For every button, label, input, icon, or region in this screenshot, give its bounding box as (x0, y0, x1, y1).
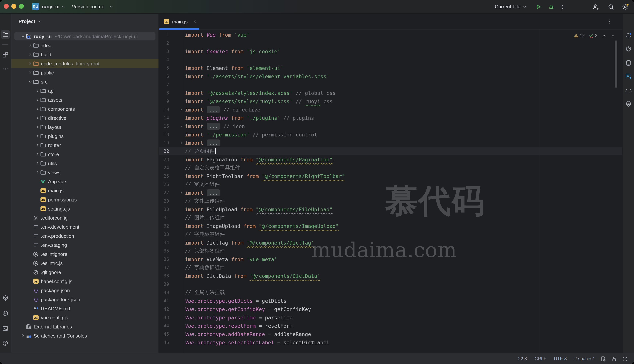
debug-button[interactable] (547, 0, 556, 14)
tree-item--gitignore[interactable]: .gitignore (11, 268, 159, 277)
tree-item--env-development[interactable]: .env.development (11, 222, 159, 231)
tree-item-permission-js[interactable]: JSpermission.js (11, 195, 159, 204)
minimize-window-button[interactable] (11, 4, 16, 9)
tree-right-chevron-icon[interactable] (35, 97, 40, 103)
project-panel-header[interactable]: Project (19, 17, 42, 26)
tree-item--idea[interactable]: .idea (11, 41, 159, 50)
tree-item-node-modules[interactable]: node_moduleslibrary root (11, 59, 159, 68)
terminal-button[interactable] (1, 324, 10, 333)
tree-item-ruoyi-ui[interactable]: ruoyi-ui~/Downloads/mudaimaProject/ruoyi… (11, 32, 159, 41)
unlock-icon[interactable] (611, 356, 617, 362)
line-ending[interactable]: CRLF (534, 356, 546, 361)
tree-item--eslintrc-js[interactable]: .eslintrc.js (11, 258, 159, 268)
tree-right-chevron-icon[interactable] (35, 88, 40, 94)
tree-right-chevron-icon[interactable] (28, 70, 33, 76)
caret-position[interactable]: 22:8 (518, 356, 527, 361)
tree-item-scratches-and-consoles[interactable]: Scratches and Consoles (11, 331, 159, 340)
tree-item--editorconfig[interactable]: .editorconfig (11, 213, 159, 222)
ai-spiral-button[interactable] (624, 44, 633, 53)
tree-right-chevron-icon[interactable] (35, 151, 40, 157)
tree-right-chevron-icon[interactable] (35, 169, 40, 176)
inspections-widget[interactable]: 12 2 (573, 31, 615, 40)
tree-item-babel-config-js[interactable]: JSbabel.config.js (11, 277, 159, 286)
commit-squares-button[interactable] (1, 50, 10, 59)
fold-indicator-icon[interactable]: › (169, 106, 184, 114)
indent-config-icon[interactable] (600, 356, 606, 362)
tree-item-package-lock-json[interactable]: {}package-lock.json (11, 295, 159, 304)
tree-item-settings-js[interactable]: JSsettings.js (11, 204, 159, 213)
vcs-menu[interactable]: Version control (72, 0, 104, 14)
code-line-1: 1import Vue from 'vue' (159, 30, 622, 39)
tab-options-button[interactable] (605, 17, 614, 26)
assistant-raccoon-icon (2, 295, 9, 301)
assistant-raccoon-button[interactable] (1, 293, 10, 302)
add-user-button[interactable] (591, 0, 600, 14)
code-editor[interactable]: 1import Vue from 'vue'23import Cookies f… (159, 30, 622, 353)
tree-down-chevron-icon[interactable] (21, 33, 25, 39)
close-tab-icon[interactable] (193, 19, 197, 24)
tree-item-layout[interactable]: layout (11, 122, 159, 132)
search-everywhere-button[interactable] (606, 0, 615, 14)
tree-right-chevron-icon[interactable] (35, 115, 40, 121)
next-problem-chevron-icon[interactable] (610, 33, 615, 38)
notifications-bell-button[interactable] (624, 31, 633, 40)
tree-right-chevron-icon[interactable] (35, 124, 40, 130)
tree-item--eslintignore[interactable]: .eslintignore (11, 250, 159, 258)
tree-item-assets[interactable]: assets (11, 95, 159, 104)
tree-right-chevron-icon[interactable] (35, 133, 40, 139)
database-button[interactable] (624, 58, 633, 67)
tree-item-api[interactable]: api (11, 86, 159, 95)
settings-button[interactable] (621, 0, 630, 14)
file-encoding[interactable]: UTF-8 (554, 356, 567, 361)
fold-indicator-icon[interactable]: › (169, 139, 184, 147)
translate-button[interactable]: A (624, 72, 633, 81)
project-menu[interactable]: ruoyi-ui (42, 0, 60, 14)
tree-item-vue-config-js[interactable]: JSvue.config.js (11, 313, 159, 322)
tree-item-store[interactable]: store (11, 150, 159, 159)
tree-item-build[interactable]: build (11, 50, 159, 59)
tree-item-directive[interactable]: directive (11, 114, 159, 122)
tab-main-js[interactable]: JS main.js (159, 14, 199, 30)
tree-item-readme-md[interactable]: MREADME.md (11, 304, 159, 313)
tree-item-main-js[interactable]: JSmain.js (11, 186, 159, 195)
tree-item-external-libraries[interactable]: External Libraries (11, 322, 159, 331)
tree-right-chevron-icon[interactable] (28, 42, 33, 48)
tree-item-plugins[interactable]: plugins (11, 132, 159, 140)
tree-right-chevron-icon[interactable] (35, 142, 40, 148)
tree-item-src[interactable]: src (11, 77, 159, 86)
project-folder-button[interactable] (1, 30, 10, 39)
project-avatar[interactable]: RU (32, 3, 39, 10)
tree-item--env-staging[interactable]: .env.staging (11, 240, 159, 250)
fold-indicator-icon[interactable]: › (169, 188, 184, 197)
editor-scrollbar[interactable] (615, 40, 617, 88)
tree-item-utils[interactable]: utils (11, 159, 159, 168)
tree-right-chevron-icon[interactable] (35, 106, 40, 112)
tree-item-public[interactable]: public (11, 68, 159, 77)
inspections-status-icon[interactable] (622, 356, 628, 362)
braces-tool-button[interactable]: { } (624, 86, 633, 95)
js-icon: JS (33, 278, 39, 284)
prev-problem-chevron-icon[interactable] (602, 33, 607, 38)
tree-right-chevron-icon[interactable] (28, 60, 33, 66)
tree-right-chevron-icon[interactable] (21, 333, 25, 339)
tree-item--env-production[interactable]: .env.production (11, 231, 159, 240)
tree-item-router[interactable]: router (11, 140, 159, 150)
fold-indicator-icon[interactable]: › (169, 122, 184, 130)
tree-down-chevron-icon[interactable] (28, 78, 33, 85)
close-window-button[interactable] (4, 4, 9, 9)
tree-right-chevron-icon[interactable] (35, 160, 40, 166)
tree-item-package-json[interactable]: {}package.json (11, 286, 159, 295)
tree-right-chevron-icon[interactable] (28, 52, 33, 58)
zoom-window-button[interactable] (19, 4, 24, 9)
assistant-raccoon-button[interactable] (624, 99, 633, 108)
tree-item-components[interactable]: components (11, 104, 159, 114)
run-configuration-selector[interactable]: Current File (495, 0, 520, 14)
tree-item-views[interactable]: views (11, 168, 159, 177)
more-actions-button[interactable] (558, 0, 567, 14)
indent-style[interactable]: 2 spaces* (574, 356, 594, 361)
run-button[interactable] (534, 0, 543, 14)
tree-item-app-vue[interactable]: App.vue (11, 177, 159, 186)
services-button[interactable] (1, 309, 10, 318)
problems-button[interactable] (1, 339, 10, 348)
more-button[interactable] (1, 64, 10, 73)
